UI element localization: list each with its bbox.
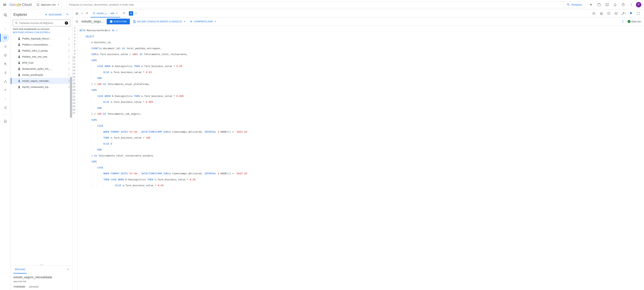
search-icon bbox=[15, 22, 18, 25]
tree-item[interactable]: estudo_seguro_mensalid… bbox=[11, 78, 72, 84]
tree-item[interactable]: top100_restaurantes_top… bbox=[11, 84, 72, 90]
main-menu-icon[interactable] bbox=[3, 3, 7, 7]
avatar[interactable]: P bbox=[636, 2, 641, 8]
home-tab-icon[interactable] bbox=[74, 10, 80, 17]
tree-item[interactable]: RFM_Fuzii bbox=[11, 60, 72, 66]
project-selector[interactable]: AppJusto Live bbox=[34, 1, 62, 8]
search-button[interactable]: Pesquisa bbox=[564, 2, 585, 8]
tree-item[interactable]: Restaurantes_ações_IDs_… bbox=[11, 66, 72, 72]
project-dots-icon bbox=[36, 3, 40, 6]
summary-tab[interactable]: RESUMO bbox=[14, 266, 27, 273]
svg-rect-10 bbox=[4, 37, 6, 39]
tree-item[interactable]: Pedido_Aquisição_Recorr… bbox=[11, 36, 72, 42]
svg-point-42 bbox=[69, 74, 69, 74]
tab-dropdown-icon[interactable]: ▼ bbox=[116, 12, 118, 14]
new-tab-dropdown-icon[interactable]: ▼ bbox=[134, 13, 138, 14]
logo-cloud-text: Cloud bbox=[22, 3, 32, 7]
svg-point-39 bbox=[69, 69, 69, 69]
saved-query-icon bbox=[18, 67, 21, 71]
run-button[interactable]: EXECUTAR bbox=[107, 19, 130, 24]
code-editor[interactable]: 1234567891011121314151617181920212223242… bbox=[72, 26, 644, 290]
editor-right-icons: ▼ bbox=[591, 11, 643, 17]
gemini-icon[interactable] bbox=[588, 1, 594, 8]
rail-transfers[interactable] bbox=[1, 43, 10, 51]
svg-point-64 bbox=[622, 22, 623, 23]
active-tab-close-icon[interactable] bbox=[121, 12, 127, 15]
explorer-search-box[interactable]: ? bbox=[13, 20, 70, 26]
rail-scheduled[interactable] bbox=[1, 51, 10, 59]
splitter-handle[interactable] bbox=[11, 264, 72, 265]
svg-point-3 bbox=[37, 5, 38, 6]
new-tab-button[interactable] bbox=[129, 11, 133, 16]
list-icon[interactable] bbox=[591, 11, 597, 17]
tree-item-label: Pedidos_mes_rest_mes bbox=[22, 55, 66, 58]
rail-dot2[interactable] bbox=[1, 95, 10, 103]
share-button[interactable]: COMPARTILHAR ▼ bbox=[188, 20, 218, 23]
gcp-logo[interactable]: Google Cloud bbox=[10, 3, 32, 7]
lightbulb-icon[interactable] bbox=[628, 11, 634, 17]
svg-point-30 bbox=[69, 56, 69, 56]
svg-rect-58 bbox=[615, 13, 618, 14]
bigquery-logo-icon[interactable] bbox=[3, 13, 8, 18]
home-tab-close-icon[interactable] bbox=[84, 12, 90, 15]
tree-item[interactable]: Pedidos_infos_3_pontas bbox=[11, 48, 72, 54]
save-query-button[interactable]: SALVAR CONSULTA (MODO CLÁSSICO) ▼ bbox=[132, 20, 187, 23]
rail-admin[interactable] bbox=[1, 60, 10, 68]
svg-point-27 bbox=[69, 51, 69, 51]
star-filter-link[interactable]: MOSTRAR APENAS COM ESTRELA bbox=[11, 31, 72, 36]
code-content[interactable]: WITH RestaurantOrders AS ( SELECT o.busi… bbox=[78, 26, 644, 290]
tree-scrollbar[interactable] bbox=[70, 36, 72, 264]
rail-sort[interactable] bbox=[1, 86, 10, 94]
terminal-icon[interactable] bbox=[604, 1, 610, 8]
add-button[interactable]: ADICIONAR bbox=[44, 13, 62, 16]
svg-point-49 bbox=[18, 86, 20, 87]
help-icon[interactable] bbox=[620, 1, 626, 8]
magic-wand-icon[interactable]: ▼ bbox=[620, 11, 626, 17]
play-icon bbox=[110, 20, 113, 23]
explorer-panel: Explorer ADICIONAR ? Você está visualiza… bbox=[11, 10, 72, 290]
svg-point-55 bbox=[592, 13, 593, 14]
gift-icon[interactable] bbox=[596, 1, 602, 8]
tree-item[interactable]: estudo_precificação bbox=[11, 72, 72, 78]
active-editor-tab[interactable]: estudo_s… · ade ▼ bbox=[90, 10, 120, 18]
more-icon[interactable] bbox=[628, 1, 634, 8]
help-badge-icon[interactable]: ? bbox=[65, 21, 68, 25]
tree-item[interactable]: Pedidos e consumidores … bbox=[11, 42, 72, 48]
query-toolbar: estudo_segur… EXECUTAR SALVAR CONSULTA (… bbox=[72, 18, 644, 26]
visibility-key: Visibilidade bbox=[14, 285, 25, 288]
svg-point-22 bbox=[69, 44, 69, 44]
svg-point-41 bbox=[18, 74, 20, 75]
svg-point-59 bbox=[76, 21, 78, 22]
query-more-icon[interactable] bbox=[620, 19, 626, 25]
svg-point-48 bbox=[69, 82, 69, 82]
chevron-down-icon bbox=[57, 3, 60, 6]
rail-graph[interactable] bbox=[1, 77, 10, 86]
side-rail bbox=[0, 10, 11, 290]
rail-doc[interactable] bbox=[1, 117, 10, 125]
tree-item-label: top100_restaurantes_top… bbox=[22, 86, 66, 88]
svg-point-31 bbox=[69, 57, 69, 57]
svg-point-35 bbox=[69, 63, 69, 63]
svg-point-28 bbox=[69, 51, 69, 52]
rail-sql-workspace[interactable] bbox=[1, 34, 10, 42]
keyboard-icon[interactable] bbox=[613, 11, 619, 17]
rail-dot[interactable] bbox=[1, 25, 10, 33]
notifications-icon[interactable] bbox=[612, 1, 618, 8]
expand-icon[interactable] bbox=[66, 268, 70, 271]
home-icon[interactable] bbox=[598, 11, 604, 17]
tab-dropdown-icon[interactable]: ▼ bbox=[80, 13, 84, 14]
tree-item[interactable]: Pedidos_mes_rest_mes bbox=[11, 54, 72, 60]
collapse-explorer-icon[interactable] bbox=[64, 12, 70, 17]
explorer-search-input[interactable] bbox=[19, 22, 64, 24]
svg-point-40 bbox=[69, 70, 69, 70]
rail-biengine[interactable] bbox=[1, 69, 10, 77]
summary-body: estudo_seguro_mensalidade app-justo-live… bbox=[11, 273, 72, 290]
fullscreen-icon[interactable] bbox=[635, 11, 641, 17]
svg-point-38 bbox=[69, 68, 69, 68]
info-icon[interactable] bbox=[606, 11, 612, 17]
summary-panel: RESUMO estudo_seguro_mensalidade app-jus… bbox=[11, 265, 72, 290]
svg-point-44 bbox=[69, 76, 69, 76]
search-input[interactable] bbox=[66, 3, 564, 6]
rail-list[interactable] bbox=[1, 104, 10, 112]
validation-status[interactable]: ✓ Esta con… bbox=[628, 20, 643, 23]
